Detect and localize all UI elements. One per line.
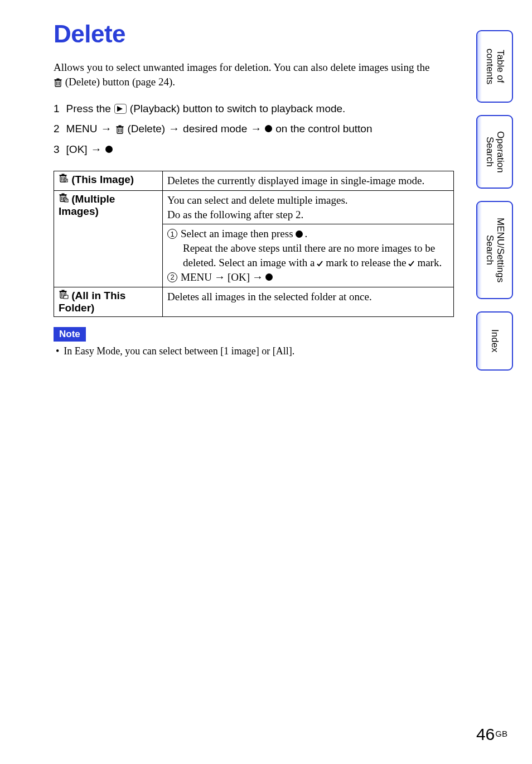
intro-text-1: Allows you to select unwanted images for… [54, 61, 429, 73]
step-2-number: 2 [54, 119, 60, 138]
step-1: 1 Press the (Playback) button to switch … [54, 99, 455, 118]
table-row: (Multiple Images) You can select and del… [54, 191, 454, 224]
center-button-icon [296, 230, 303, 238]
multi-step1-post: . [305, 227, 308, 241]
tab-menu-settings-search[interactable]: MENU/Settings Search [476, 201, 513, 299]
page-title: Delete [54, 20, 455, 48]
multi-step1-pre: Select an image then press [181, 227, 293, 241]
step-1-text-a: Press the [66, 99, 111, 118]
step-1-number: 1 [54, 99, 60, 118]
center-button-icon [265, 125, 272, 132]
trash-multiple-images-icon [59, 193, 69, 203]
multi-step2-b: [OK] [228, 270, 250, 285]
multi-step1-line2b: deleted. Select an image with a [183, 256, 315, 270]
multi-step1-line2d: mark. [417, 256, 442, 270]
circled-2-icon: 2 [167, 272, 177, 282]
tab-label: MENU/Settings Search [484, 202, 505, 298]
page-number-suffix: GB [495, 729, 507, 738]
circled-1-icon: 1 [167, 229, 177, 239]
table-row: (This Image) Deletes the currently displ… [54, 171, 454, 191]
tab-label: Table of contents [484, 31, 505, 102]
check-icon [408, 256, 415, 270]
multi-step1-line2c: mark to release the [326, 256, 406, 270]
mode-multi-desc-a: You can select and delete multiple image… [167, 193, 449, 208]
arrow-icon: → [250, 118, 262, 139]
step-3: 3 [OK] → [54, 139, 455, 160]
step-2-text-a: MENU [66, 119, 98, 138]
steps-list: 1 Press the (Playback) button to switch … [54, 99, 455, 160]
side-tabs: Table of contents Operation Search MENU/… [476, 30, 513, 383]
mode-multi-desc-b: Do as the following after step 2. [167, 208, 449, 222]
center-button-icon [105, 146, 113, 153]
page-number-value: 46 [476, 725, 495, 743]
mode-all-folder-label-b: Folder) [59, 302, 94, 314]
mode-all-folder-label-a: (All in This [69, 290, 125, 301]
step-2-text-c: desired mode [183, 119, 247, 138]
arrow-icon: → [214, 270, 225, 285]
trash-this-image-icon [59, 174, 69, 183]
mode-this-image-desc: Deletes the currently displayed image in… [167, 174, 449, 188]
arrow-icon: → [101, 118, 112, 139]
note-list: In Easy Mode, you can select between [1 … [54, 345, 455, 358]
tab-index[interactable]: Index [476, 311, 513, 371]
tab-label: Operation Search [484, 116, 505, 188]
tab-table-of-contents[interactable]: Table of contents [476, 30, 513, 103]
intro-paragraph: Allows you to select unwanted images for… [54, 60, 455, 89]
trash-all-folder-icon [59, 290, 69, 299]
multi-step1-line2a: Repeat the above steps until there are n… [167, 241, 449, 256]
tab-operation-search[interactable]: Operation Search [476, 115, 513, 189]
table-row: (All in This Folder) Deletes all images … [54, 287, 454, 317]
trash-icon [115, 119, 124, 138]
step-3-text-a: [OK] [66, 140, 88, 159]
mode-all-folder-desc: Deletes all images in the selected folde… [167, 290, 449, 304]
intro-text-2: (Delete) button (page 24). [62, 76, 175, 88]
step-2: 2 MENU → (Delete) → desired mode → on th… [54, 118, 455, 139]
mode-this-image-label: (This Image) [69, 174, 134, 185]
step-1-text-b: (Playback) button to switch to playback … [130, 99, 346, 118]
tab-label: Index [490, 324, 500, 358]
delete-modes-table: (This Image) Deletes the currently displ… [54, 171, 454, 317]
note-badge: Note [54, 327, 86, 342]
arrow-icon: → [91, 139, 102, 160]
playback-icon [114, 104, 127, 114]
multi-step2-a: MENU [181, 270, 212, 285]
step-2-text-d: on the control button [275, 119, 372, 138]
note-item: In Easy Mode, you can select between [1 … [54, 345, 294, 357]
arrow-icon: → [252, 270, 263, 285]
trash-icon [54, 76, 62, 88]
step-3-number: 3 [54, 140, 60, 159]
center-button-icon [265, 273, 273, 281]
check-icon [317, 256, 323, 270]
page-number: 46GB [476, 725, 507, 744]
arrow-icon: → [168, 118, 180, 139]
step-2-text-b: (Delete) [128, 119, 166, 138]
